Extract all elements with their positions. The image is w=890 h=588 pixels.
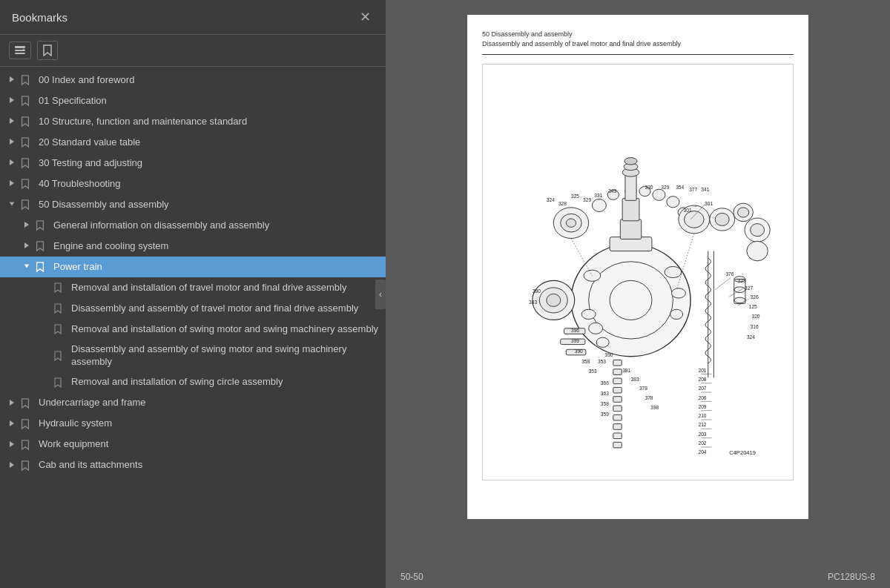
svg-text:383: 383 [529,300,537,305]
svg-text:380: 380 [533,289,541,294]
svg-text:366: 366 [601,380,609,386]
expand-icon [9,440,15,448]
svg-point-21 [584,270,601,281]
toggle-icon-b50-2 [21,242,33,251]
bookmark-icon-b30 [19,157,31,169]
svg-point-33 [566,219,576,227]
bookmark-icon-b50-3-4 [52,350,64,362]
bookmark-small-svg [53,351,63,361]
expand-icon [9,399,15,406]
bookmark-item-b50-3-5[interactable]: Removal and installation of swing circle… [0,372,386,393]
bookmark-item-b50-3[interactable]: Power train [0,257,386,277]
bookmark-item-bwork[interactable]: Work equipment [0,435,386,455]
bookmark-empty-svg [20,398,30,409]
bookmarks-panel: Bookmarks ✕ 00 Index and foreword01 Spec… [0,0,386,588]
bookmark-item-bunder[interactable]: Undercarriage and frame [0,393,386,414]
bookmark-item-bhydro[interactable]: Hydraulic system [0,414,386,435]
svg-text:202: 202 [698,440,706,446]
bookmark-item-b30[interactable]: 30 Testing and adjusting [0,153,386,174]
expand-icon [24,221,30,228]
bookmark-small-svg [53,377,63,388]
bookmark-label-b50-3-2: Disassembly and assembly of travel motor… [71,303,380,315]
bookmark-icon-b01 [19,95,31,107]
svg-text:210: 210 [698,413,706,418]
svg-text:341: 341 [701,187,709,192]
bookmark-item-b50-1[interactable]: General information on disassembly and a… [0,215,386,236]
bookmark-item-b50-3-4[interactable]: Disassembly and assembly of swing motor … [0,340,386,372]
svg-rect-0 [15,46,25,48]
bookmarks-title: Bookmarks [12,11,67,24]
bookmark-item-b10[interactable]: 10 Structure, function and maintenance s… [0,111,386,132]
svg-rect-65 [613,378,622,384]
expand-icon [9,461,15,469]
svg-text:378: 378 [639,386,647,391]
svg-point-77 [547,294,561,307]
bookmark-label-bcab: Cab and its attachments [39,459,380,472]
svg-point-25 [665,267,682,278]
toggle-icon-b40 [6,179,18,188]
bookmark-item-b40[interactable]: 40 Troubleshooting [0,174,386,194]
svg-line-130 [715,278,731,290]
bookmarks-list[interactable]: 00 Index and foreword01 Specification10 … [0,67,386,588]
svg-marker-7 [10,139,14,145]
svg-text:207: 207 [698,386,706,391]
svg-text:377: 377 [689,187,697,192]
bookmark-icon-b10 [19,116,31,128]
bookmark-item-b50-3-1[interactable]: Removal and installation of travel motor… [0,277,386,298]
svg-text:326: 326 [751,294,759,300]
svg-point-52 [751,224,765,237]
bookmark-item-b20[interactable]: 20 Standard value table [0,132,386,153]
svg-marker-5 [10,97,14,103]
toggle-icon-b01 [6,96,18,105]
bookmark-item-b50[interactable]: 50 Disassembly and assembly [0,194,386,215]
expand-icon [9,179,15,187]
bookmark-icon-b50-3-3 [52,323,64,335]
svg-point-57 [734,287,745,293]
header-line1: 50 Disassembly and assembly [482,30,794,39]
bookmark-label-b50-3: Power train [53,261,380,274]
svg-point-46 [685,211,705,228]
svg-rect-71 [613,433,622,439]
bookmark-icon-b50-3-1 [52,282,64,294]
bookmark-empty-svg [20,96,30,106]
svg-rect-30 [622,199,639,221]
panel-collapse-button[interactable]: ‹ [375,280,386,309]
bookmark-item-b50-3-2[interactable]: Disassembly and assembly of travel motor… [0,298,386,319]
bookmark-item-b50-3-3[interactable]: Removal and installation of swing motor … [0,319,386,340]
bookmark-view-button[interactable] [37,41,58,60]
bookmark-item-b01[interactable]: 01 Specification [0,90,386,111]
close-button[interactable]: ✕ [357,9,374,25]
bookmark-label-bunder: Undercarriage and frame [39,397,380,409]
svg-point-48 [715,214,729,226]
svg-rect-66 [613,388,622,394]
svg-text:330: 330 [645,185,653,190]
svg-text:206: 206 [698,395,706,400]
toggle-icon-b30 [6,159,18,168]
collapse-icon [24,262,30,270]
pdf-panel: ‹ 50 Disassembly and assembly Disassembl… [386,0,890,588]
svg-text:→: → [693,203,698,208]
toggle-icon-b50 [6,200,18,209]
collapse-all-button[interactable] [9,42,31,59]
svg-text:212: 212 [698,423,706,428]
svg-rect-67 [613,397,622,403]
bookmark-label-b50-3-1: Removal and installation of travel motor… [71,282,380,294]
bookmark-large-svg [35,220,45,231]
svg-text:358: 358 [601,401,609,406]
bookmark-large-svg [35,262,45,272]
bookmark-item-b00[interactable]: 00 Index and foreword [0,70,386,90]
bookmark-item-bcab[interactable]: Cab and its attachments [0,455,386,476]
bookmark-icon-b50-1 [34,219,46,231]
bookmark-label-b20: 20 Standard value table [39,136,380,149]
pdf-page: 50 Disassembly and assembly Disassembly … [386,0,890,563]
bookmark-item-b50-2[interactable]: Engine and cooling system [0,236,386,257]
bookmark-empty-svg [20,116,30,127]
svg-point-39 [667,196,679,208]
svg-text:209: 209 [698,404,706,409]
bookmark-icon-b50 [19,199,31,211]
svg-text:327: 327 [745,285,753,291]
svg-text:208: 208 [698,377,706,382]
svg-point-50 [738,208,749,217]
svg-text:204: 204 [698,450,706,455]
svg-text:201: 201 [698,368,706,373]
